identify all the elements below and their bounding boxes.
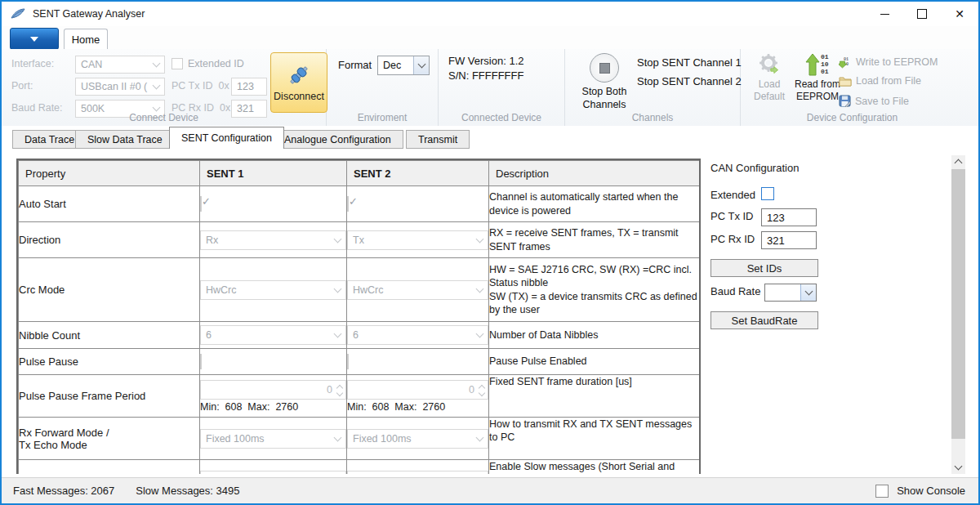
pc-tx-id-input[interactable]: 123 — [231, 78, 267, 96]
can-configuration-title: CAN Configuration — [710, 162, 835, 174]
ribbon-group-enviroment: Format Dec Enviroment — [327, 49, 439, 126]
stop-both-channels-button[interactable]: Stop Both Channels — [575, 51, 634, 113]
scroll-down-button[interactable] — [951, 460, 965, 474]
scroll-up-button[interactable] — [951, 155, 965, 169]
slow-channel-sent2-dropdown[interactable]: Short Serial — [347, 471, 488, 475]
slow-channel-sent1-dropdown[interactable]: Short Serial — [200, 471, 346, 475]
ribbon: Interface: CAN Port: USBcan II #0 ( Baud… — [2, 49, 978, 127]
folder-icon — [839, 75, 852, 87]
pulse-pause-sent1-checkbox[interactable] — [200, 354, 202, 369]
extended-id-label: Extended ID — [188, 58, 244, 69]
can-configuration-panel: CAN Configuration Extended PC Tx ID 123 … — [710, 162, 835, 336]
pc-tx-id-label: PC Tx ID 0x — [172, 80, 229, 92]
sent-configuration-table: Property SENT 1 SENT 2 Description Auto … — [16, 159, 701, 474]
minimize-button[interactable] — [866, 2, 903, 26]
auto-start-sent1-checkbox[interactable] — [200, 196, 202, 212]
disconnect-label: Disconnect — [274, 91, 324, 102]
chevron-down-icon — [153, 82, 161, 90]
set-baudrate-button[interactable]: Set BaudRate — [710, 311, 818, 329]
chevron-down-icon — [334, 433, 342, 441]
ribbon-group-channels: Stop Both Channels Stop SENT Channel 1 S… — [565, 49, 741, 126]
load-from-file-button[interactable]: Load from File — [839, 75, 921, 87]
save-to-file-button[interactable]: Save to File — [839, 95, 909, 107]
direction-sent2-dropdown[interactable]: Tx — [347, 230, 488, 250]
crc-mode-sent2-dropdown[interactable]: HwCrc — [347, 280, 488, 300]
interface-label: Interface: — [11, 58, 75, 69]
tab-sent-configuration[interactable]: SENT Configuration — [169, 127, 284, 149]
group-label-connected-device: Connected Device — [439, 112, 564, 123]
svg-text:10: 10 — [821, 60, 829, 68]
chevron-up-icon — [955, 159, 963, 168]
serial-number-text: S/N: FFFFFFFF — [448, 69, 523, 82]
ribbon-tab-row: Home — [2, 26, 978, 49]
chevron-down-icon — [413, 56, 429, 74]
ribbon-tab-home[interactable]: Home — [64, 29, 108, 50]
sent-configuration-page: Property SENT 1 SENT 2 Description Auto … — [2, 149, 978, 478]
spinner-arrows-icon[interactable] — [337, 384, 342, 396]
minimize-icon — [880, 14, 889, 15]
app-menu-button[interactable] — [10, 28, 59, 50]
pulse-pause-sent2-checkbox[interactable] — [347, 354, 349, 369]
spinner-arrows-icon[interactable] — [479, 384, 484, 396]
table-row-nibble-count: Nibble Count 6 6 Number of Data Nibbles — [19, 322, 700, 349]
extended-id-checkbox[interactable] — [172, 58, 183, 69]
rx-forward-sent1-dropdown[interactable]: Fixed 100ms — [200, 429, 346, 449]
document-tab-strip: Data Trace Slow Data Trace SENT Configur… — [2, 126, 978, 149]
format-dropdown[interactable]: Dec — [377, 56, 430, 75]
format-label: Format — [338, 59, 372, 71]
port-dropdown[interactable]: USBcan II #0 ( — [75, 78, 165, 96]
fast-messages-count: Fast Messages: 2067 — [13, 485, 114, 497]
extended-checkbox[interactable] — [761, 187, 774, 200]
stop-sent-channel-2-button[interactable]: Stop SENT Channel 2 — [637, 75, 742, 87]
chevron-down-icon — [334, 284, 342, 293]
group-label-enviroment: Enviroment — [327, 112, 438, 123]
pc-tx-id-input[interactable]: 123 — [761, 208, 817, 226]
interface-dropdown[interactable]: CAN — [75, 56, 165, 74]
tab-transmit[interactable]: Transmit — [406, 130, 470, 149]
chevron-down-icon — [30, 37, 38, 42]
chevron-down-icon — [476, 330, 484, 338]
crc-mode-sent1-dropdown[interactable]: HwCrc — [200, 280, 346, 300]
tab-slow-data-trace[interactable]: Slow Data Trace — [75, 130, 175, 149]
rx-forward-sent2-dropdown[interactable]: Fixed 100ms — [347, 429, 488, 449]
frame-period-sent1-minmax: Min: 608 Max: 2760 — [200, 401, 346, 413]
close-icon: ✕ — [955, 8, 964, 20]
scrollbar-thumb[interactable] — [951, 169, 965, 439]
slow-messages-count: Slow Messages: 3495 — [136, 485, 239, 497]
table-row-direction: Direction Rx Tx RX = receive SENT frames… — [19, 222, 700, 258]
close-button[interactable]: ✕ — [941, 2, 978, 26]
connector-plug-icon — [287, 63, 311, 87]
chevron-down-icon — [476, 235, 484, 243]
nibble-count-sent1-dropdown[interactable]: 6 — [200, 325, 346, 345]
show-console-label: Show Console — [897, 485, 965, 497]
ribbon-group-connect-device: Interface: CAN Port: USBcan II #0 ( Baud… — [2, 49, 327, 126]
table-row-slow-channel-mode: Slow Channel mode Short Serial Short Ser… — [19, 460, 700, 475]
stop-sent-channel-1-button[interactable]: Stop SENT Channel 1 — [637, 56, 742, 69]
table-row-pulse-pause: Pulse Pause Pause Pulse Enabled — [19, 349, 700, 375]
svg-text:01: 01 — [821, 68, 829, 75]
stop-icon — [590, 53, 619, 83]
vertical-scrollbar[interactable] — [951, 155, 965, 474]
chevron-down-icon — [334, 235, 342, 243]
table-row-pulse-pause-frame-period: Pulse Pause Frame Period 0 Min: 608 Max:… — [19, 375, 700, 418]
tab-analogue-configuration[interactable]: Analogue Configuration — [272, 130, 403, 149]
load-default-button[interactable]: Load Default — [746, 52, 793, 103]
nibble-count-sent2-dropdown[interactable]: 6 — [347, 325, 488, 345]
table-row-auto-start: Auto Start Channel is automatically star… — [19, 186, 700, 222]
disconnect-button[interactable]: Disconnect — [270, 52, 327, 113]
frame-period-sent1-spinner[interactable]: 0 — [200, 380, 346, 400]
show-console-checkbox[interactable] — [875, 485, 889, 498]
direction-sent1-dropdown[interactable]: Rx — [200, 230, 346, 250]
table-row-crc-mode: Crc Mode HwCrc HwCrc HW = SAE J2716 CRC,… — [19, 258, 700, 322]
read-from-eeprom-button[interactable]: 01 10 01 Read from EEPROM — [791, 52, 844, 103]
frame-period-sent2-spinner[interactable]: 0 — [347, 380, 488, 400]
pc-rx-id-input[interactable]: 321 — [761, 231, 817, 249]
maximize-button[interactable] — [903, 2, 941, 26]
header-property: Property — [19, 161, 200, 186]
table-header-row: Property SENT 1 SENT 2 Description — [19, 161, 700, 186]
baud-rate-dropdown[interactable] — [764, 284, 817, 302]
auto-start-sent2-checkbox[interactable] — [347, 196, 349, 212]
write-to-eeprom-button[interactable]: 01 10 Write to EEPROM — [839, 56, 938, 69]
set-ids-button[interactable]: Set IDs — [710, 259, 818, 277]
header-description: Description — [489, 161, 700, 186]
